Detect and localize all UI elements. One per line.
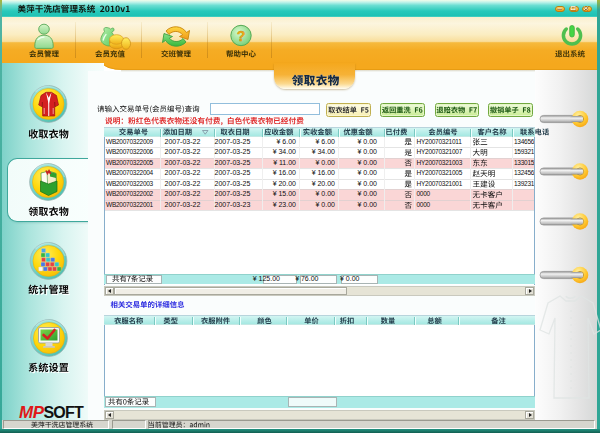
svg-text:?: ? — [237, 28, 246, 44]
